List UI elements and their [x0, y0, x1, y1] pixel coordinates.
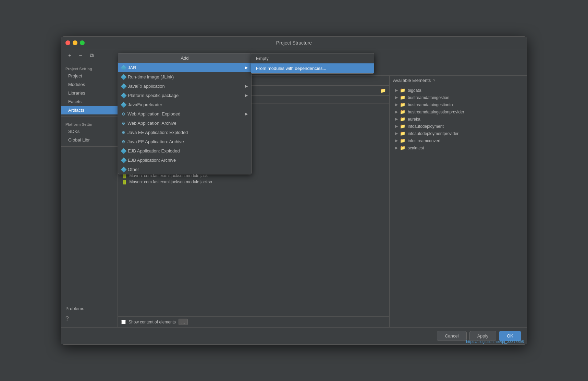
platform-setting-label: Platform Settin	[61, 119, 118, 127]
right-tree: ▶ 📁 bigdata ▶ 📁 bustreamdataingestion ▶ …	[390, 85, 527, 327]
add-menu-item-web-archive[interactable]: ⚙ Web Application: Archive	[118, 119, 251, 128]
right-panel-header: Available Elements ?	[390, 76, 527, 85]
folder-icon: 📁	[400, 116, 405, 122]
minimize-button[interactable]	[73, 40, 77, 45]
add-menu-item-other[interactable]: Other	[118, 165, 251, 174]
folder-browse-button[interactable]: 📁	[380, 88, 386, 93]
expand-icon: ▶	[395, 131, 398, 136]
show-content-checkbox[interactable]	[121, 320, 126, 324]
cancel-button[interactable]: Cancel	[437, 331, 466, 341]
platform-icon	[121, 93, 127, 98]
add-menu-item-ejb-archive[interactable]: EJB Application: Archive	[118, 156, 251, 165]
right-tree-item-eureka[interactable]: ▶ 📁 eureka	[390, 115, 527, 123]
chevron-right-icon: ▶	[245, 112, 248, 116]
javaee-archive-icon: ⚙	[122, 139, 125, 144]
submenu-item-from-modules[interactable]: From modules with dependencies...	[251, 63, 374, 73]
sidebar-item-facets[interactable]: Facets	[61, 97, 118, 106]
chevron-right-icon: ▶	[245, 93, 248, 98]
add-menu-item-javafx[interactable]: JavaFx application ▶	[118, 82, 251, 91]
title-bar: Project Structure	[61, 37, 527, 49]
folder-icon: 📁	[400, 102, 405, 107]
right-tree-item-bustreamdataingestionto[interactable]: ▶ 📁 bustreamdataingestionto	[390, 101, 527, 108]
submenu-item-empty[interactable]: Empty	[251, 53, 374, 63]
sidebar: Project Setting Project Modules Librarie…	[61, 62, 118, 327]
dots-button[interactable]: ...	[179, 319, 188, 325]
runtime-icon	[121, 74, 127, 80]
add-menu: Add JAR ▶ Run-time image (JLink) JavaFx …	[118, 53, 252, 174]
expand-icon: ▶	[395, 88, 398, 93]
expand-icon: ▶	[395, 110, 398, 114]
add-menu-header: Add	[118, 53, 251, 63]
help-button[interactable]: ?	[61, 313, 118, 324]
expand-icon: ▶	[395, 117, 398, 121]
expand-icon: ▶	[395, 146, 398, 150]
url-bar: https://blog.csdn.net/qq_33375598	[463, 339, 527, 344]
add-button[interactable]: +	[65, 51, 74, 60]
right-tree-item-scalatest[interactable]: ▶ 📁 scalatest	[390, 144, 527, 151]
right-panel: Available Elements ? ▶ 📁 bigdata ▶ 📁 bus…	[390, 76, 527, 327]
dialog-title: Project Structure	[276, 40, 312, 46]
maximize-button[interactable]	[80, 40, 85, 45]
javaee-exploded-icon: ⚙	[122, 130, 125, 135]
expand-icon: ▶	[395, 102, 398, 107]
sidebar-divider	[61, 116, 118, 117]
ejb-exploded-icon	[121, 148, 127, 154]
remove-button[interactable]: −	[76, 51, 85, 60]
preloader-icon	[121, 102, 127, 108]
folder-icon: 📁	[400, 138, 405, 143]
web-exploded-icon: ⚙	[122, 112, 125, 116]
web-archive-icon: ⚙	[122, 121, 125, 126]
show-content-label: Show content of elements	[128, 320, 176, 324]
bottom-bar: Show content of elements ...	[118, 316, 389, 327]
right-tree-item-bigdata[interactable]: ▶ 📁 bigdata	[390, 87, 527, 94]
other-icon	[121, 167, 127, 172]
add-menu-item-javaee-exploded[interactable]: ⚙ Java EE Application: Exploded	[118, 128, 251, 137]
folder-icon: 📁	[400, 109, 405, 114]
copy-button[interactable]: ⧉	[87, 51, 96, 60]
sidebar-item-sdks[interactable]: SDKs	[61, 127, 118, 136]
sidebar-item-problems[interactable]: Problems	[61, 304, 118, 313]
add-menu-item-web-exploded[interactable]: ⚙ Web Application: Exploded ▶	[118, 109, 251, 119]
jar-submenu: Empty From modules with dependencies...	[251, 53, 374, 74]
right-tree-item-infoautodeployment[interactable]: ▶ 📁 infoautodeployment	[390, 123, 527, 130]
right-tree-item-bustreamdataingestion[interactable]: ▶ 📁 bustreamdataingestion	[390, 94, 527, 101]
right-tree-item-infoautodeploymentprovider[interactable]: ▶ 📁 infoautodeploymentprovider	[390, 130, 527, 137]
folder-icon: 📁	[400, 131, 405, 136]
javafx-icon	[121, 83, 127, 89]
add-menu-item-jar[interactable]: JAR ▶	[118, 63, 251, 72]
chevron-right-icon: ▶	[245, 65, 248, 70]
sidebar-divider2	[61, 146, 118, 147]
right-tree-item-infostreamconvert[interactable]: ▶ 📁 infostreamconvert	[390, 137, 527, 144]
expand-icon: ▶	[395, 95, 398, 100]
expand-icon: ▶	[395, 138, 398, 143]
sidebar-item-libraries[interactable]: Libraries	[61, 89, 118, 97]
sidebar-item-modules[interactable]: Modules	[61, 80, 118, 89]
maven-icon: ▐▌	[122, 180, 127, 184]
close-button[interactable]	[65, 40, 70, 45]
project-setting-label: Project Setting	[61, 65, 118, 72]
footer-buttons: Cancel Apply OK	[61, 327, 527, 344]
window-controls	[65, 40, 85, 45]
sidebar-item-project[interactable]: Project	[61, 72, 118, 80]
sidebar-item-artifacts[interactable]: Artifacts	[61, 106, 118, 114]
chevron-right-icon: ▶	[245, 84, 248, 88]
available-help-icon[interactable]: ?	[433, 78, 435, 83]
folder-icon: 📁	[400, 95, 405, 100]
folder-icon: 📁	[400, 124, 405, 129]
folder-icon: 📁	[400, 145, 405, 150]
add-menu-item-javaee-archive[interactable]: ⚙ Java EE Application: Archive	[118, 137, 251, 146]
folder-icon: 📁	[400, 88, 405, 93]
sidebar-item-global-libs[interactable]: Global Libr	[61, 136, 118, 144]
tree-item-jackson-module2[interactable]: ▐▌ Maven: com.fasterxml.jackson.module:j…	[118, 179, 389, 185]
add-menu-item-javafx-preloader[interactable]: JavaFx preloader	[118, 100, 251, 109]
add-menu-item-platform-package[interactable]: Platform specific package ▶	[118, 91, 251, 100]
add-menu-item-ejb-exploded[interactable]: EJB Application: Exploded	[118, 146, 251, 156]
available-elements-label: Available Elements	[393, 78, 431, 83]
ejb-archive-icon	[121, 157, 127, 163]
add-menu-item-runtime-image[interactable]: Run-time image (JLink)	[118, 72, 251, 82]
jar-icon	[121, 65, 127, 71]
right-tree-item-bustreamdataingestionprovider[interactable]: ▶ 📁 bustreamdataingestionprovider	[390, 108, 527, 115]
expand-icon: ▶	[395, 124, 398, 128]
project-structure-dialog: Project Structure + − ⧉ Project Setting …	[61, 36, 527, 345]
